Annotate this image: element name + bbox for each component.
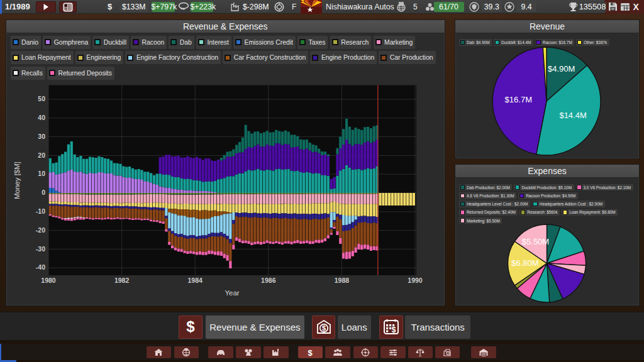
svg-text:-40: -40 (36, 263, 45, 271)
svg-text:10: 10 (38, 170, 45, 177)
svg-text:20: 20 (38, 151, 45, 159)
svg-text:1984: 1984 (188, 277, 203, 284)
svg-text:$: $ (308, 348, 313, 356)
svg-text:Money [$M]: Money [$M] (13, 162, 21, 199)
svg-text:Year: Year (225, 289, 239, 297)
svg-text:40: 40 (38, 114, 45, 121)
svg-text:$: $ (321, 324, 325, 332)
svg-text:1980: 1980 (41, 277, 56, 284)
svg-text:$: $ (392, 326, 396, 334)
svg-text:-10: -10 (36, 207, 45, 215)
svg-text:0: 0 (42, 189, 45, 196)
svg-text:1986: 1986 (261, 277, 276, 284)
svg-text:1990: 1990 (408, 277, 423, 284)
svg-text:1982: 1982 (114, 277, 130, 284)
svg-text:-20: -20 (36, 226, 45, 234)
svg-text:-30: -30 (36, 245, 45, 253)
svg-text:1988: 1988 (335, 277, 350, 284)
svg-text:$16.7M: $16.7M (505, 95, 532, 104)
svg-text:30: 30 (38, 133, 45, 140)
svg-text:50: 50 (38, 95, 45, 102)
svg-text:$6.80M: $6.80M (511, 258, 538, 268)
svg-text:$5.50M: $5.50M (522, 237, 549, 246)
svg-text:$14.4M: $14.4M (559, 111, 586, 120)
svg-text:$4.90M: $4.90M (548, 64, 575, 74)
